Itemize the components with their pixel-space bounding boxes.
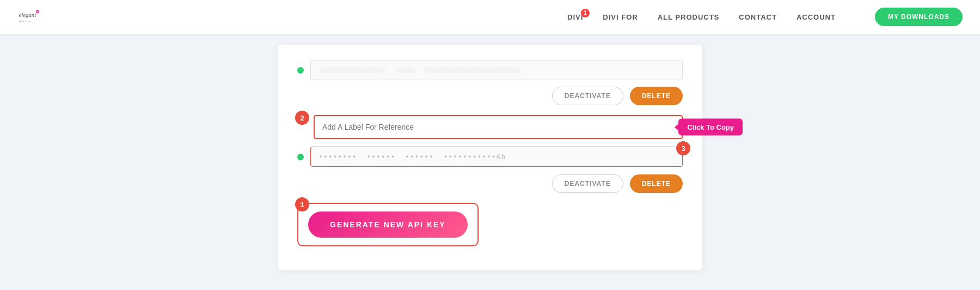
deactivate-button-1[interactable]: DEACTIVATE [552,87,623,105]
nav-item-divi-for[interactable]: DIVI FOR [603,13,638,21]
step-badge-2: 2 [295,111,309,125]
svg-text:themes: themes [19,20,32,23]
label-copy-row: 2 Click To Copy [297,115,683,139]
active-indicator-2 [297,154,304,160]
api-key-input-2[interactable] [310,147,683,167]
api-keys-card: DEACTIVATE DELETE 2 Click To Copy 3 DEAC… [278,45,702,270]
delete-button-1[interactable]: DELETE [630,87,683,105]
delete-button-2[interactable]: DELETE [630,174,683,193]
click-to-copy-tooltip[interactable]: Click To Copy [678,119,743,136]
step-badge-1: 1 [295,197,309,212]
main-content: DEACTIVATE DELETE 2 Click To Copy 3 DEAC… [0,34,980,270]
nav-item-contact[interactable]: CONTACT [739,13,777,21]
generate-api-key-button[interactable]: GENERATE NEW API KEY [308,212,468,238]
step-badge-3: 3 [676,141,690,155]
generate-section: 1 GENERATE NEW API KEY [297,203,683,246]
deactivate-button-2[interactable]: DEACTIVATE [552,174,623,193]
nav-item-account[interactable]: ACCOUNT [797,13,836,21]
label-input-field[interactable] [314,115,683,139]
my-downloads-button[interactable]: MY DOWNLOADS [875,8,963,26]
svg-text:✦: ✦ [36,10,39,14]
api-key-row-1 [297,60,683,80]
main-nav: DIVI 1 DIVI FOR ALL PRODUCTS CONTACT ACC… [567,8,963,26]
header: elegant themes ✦ DIVI 1 DIVI FOR ALL PRO… [0,0,980,34]
action-row-2: DEACTIVATE DELETE [297,174,683,193]
logo: elegant themes ✦ [17,6,44,28]
nav-item-divi[interactable]: DIVI 1 [567,13,583,21]
generate-border-box: GENERATE NEW API KEY [297,203,479,246]
api-key-input-1[interactable] [310,60,683,80]
action-row-1: DEACTIVATE DELETE [297,87,683,105]
divi-badge: 1 [581,9,590,17]
elegant-themes-logo: elegant themes ✦ [17,6,44,28]
active-indicator-1 [297,67,304,74]
api-key-row-2: 3 [297,147,683,167]
nav-item-all-products[interactable]: ALL PRODUCTS [658,13,720,21]
label-input-wrapper: Click To Copy [314,115,683,139]
svg-text:elegant: elegant [19,11,36,18]
